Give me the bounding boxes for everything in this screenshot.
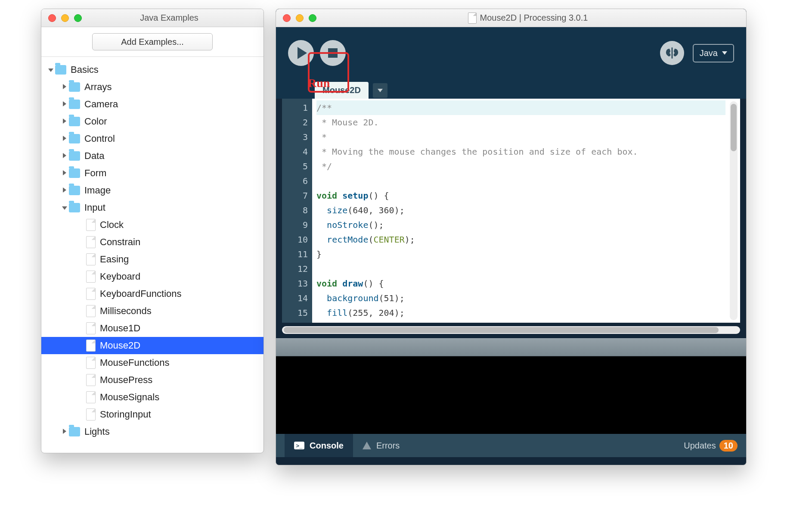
- tree-folder-camera[interactable]: Camera: [41, 96, 263, 113]
- tree-item-keyboardfunctions[interactable]: KeyboardFunctions: [41, 285, 263, 302]
- zoom-icon[interactable]: [309, 14, 316, 22]
- close-icon[interactable]: [48, 14, 56, 22]
- tree-item-label: Milliseconds: [100, 305, 152, 317]
- minimize-icon[interactable]: [61, 14, 69, 22]
- file-icon: [86, 236, 96, 248]
- tree-item-label: Mouse1D: [100, 323, 140, 334]
- chevron-down-icon: [378, 89, 383, 92]
- processing-window: Mouse2D | Processing 3.0.1 Java Run Mous…: [276, 9, 747, 465]
- processing-title-text: Mouse2D | Processing 3.0.1: [480, 13, 588, 23]
- processing-toolbar: Java: [276, 27, 746, 79]
- tree-item-label: Mouse2D: [100, 340, 140, 351]
- tree-item-mousepress[interactable]: MousePress: [41, 371, 263, 389]
- warning-icon: [363, 442, 371, 449]
- tree-folder-color[interactable]: Color: [41, 113, 263, 130]
- traffic-lights: [283, 14, 316, 22]
- tree-folder-lights[interactable]: Lights: [41, 423, 263, 440]
- folder-icon: [69, 117, 80, 126]
- file-icon: [86, 391, 96, 403]
- tree-item-label: MousePress: [100, 374, 152, 386]
- close-icon[interactable]: [283, 14, 291, 22]
- tree-item-mouse1d[interactable]: Mouse1D: [41, 320, 263, 337]
- tree-item-clock[interactable]: Clock: [41, 216, 263, 234]
- folder-icon: [69, 203, 80, 212]
- add-examples-button[interactable]: Add Examples...: [92, 33, 213, 50]
- examples-tree[interactable]: BasicsArraysCameraColorControlDataFormIm…: [41, 57, 263, 445]
- tab-errors[interactable]: Errors: [353, 434, 409, 457]
- line-gutter: 123456789101112131415: [282, 99, 312, 323]
- file-icon: [86, 408, 96, 421]
- tree-folder-basics[interactable]: Basics: [41, 61, 263, 78]
- tree-item-mousefunctions[interactable]: MouseFunctions: [41, 354, 263, 371]
- chevron-down-icon: [722, 51, 727, 55]
- tab-console[interactable]: >_ Console: [285, 434, 353, 457]
- tree-item-label: Control: [84, 133, 115, 144]
- tree-item-constrain[interactable]: Constrain: [41, 234, 263, 251]
- folder-icon: [69, 186, 80, 195]
- tree-item-easing[interactable]: Easing: [41, 251, 263, 268]
- tree-item-label: Constrain: [100, 237, 140, 248]
- file-icon: [86, 219, 96, 231]
- tree-item-label: Input: [84, 202, 105, 213]
- svg-point-3: [673, 53, 676, 56]
- tree-item-label: Form: [84, 168, 106, 179]
- errors-label: Errors: [376, 441, 400, 451]
- document-icon: [468, 12, 477, 24]
- mode-selector[interactable]: Java: [693, 44, 734, 62]
- butterfly-icon: [665, 46, 679, 60]
- console-divider[interactable]: [276, 338, 746, 356]
- tree-item-milliseconds[interactable]: Milliseconds: [41, 302, 263, 320]
- tree-folder-control[interactable]: Control: [41, 130, 263, 147]
- vertical-scrollbar[interactable]: [730, 101, 738, 320]
- svg-point-0: [666, 49, 670, 53]
- tree-item-label: MouseFunctions: [100, 357, 169, 368]
- zoom-icon[interactable]: [74, 14, 82, 22]
- tree-folder-data[interactable]: Data: [41, 147, 263, 165]
- tree-folder-input[interactable]: Input: [41, 199, 263, 216]
- mode-label: Java: [700, 48, 718, 58]
- updates-count-badge: 10: [719, 440, 738, 452]
- tree-item-label: StoringInput: [100, 409, 151, 420]
- examples-titlebar[interactable]: Java Examples: [41, 9, 263, 27]
- file-icon: [86, 305, 96, 317]
- file-icon: [86, 253, 96, 265]
- tree-folder-image[interactable]: Image: [41, 182, 263, 199]
- tree-folder-form[interactable]: Form: [41, 165, 263, 182]
- tree-item-label: Basics: [71, 64, 99, 75]
- debug-button[interactable]: [660, 41, 684, 65]
- file-icon: [86, 288, 96, 300]
- status-bar: >_ Console Errors Updates 10: [276, 434, 746, 457]
- console-output[interactable]: [276, 356, 746, 434]
- file-icon: [86, 322, 96, 334]
- file-icon: [86, 340, 96, 352]
- tree-item-label: Keyboard: [100, 271, 140, 282]
- tree-item-label: Easing: [100, 254, 129, 265]
- processing-title: Mouse2D | Processing 3.0.1: [316, 12, 739, 24]
- folder-icon: [69, 134, 80, 143]
- updates-indicator[interactable]: Updates 10: [684, 440, 738, 452]
- tree-item-storinginput[interactable]: StoringInput: [41, 406, 263, 423]
- file-icon: [86, 271, 96, 283]
- code-area[interactable]: /** * Mouse 2D. * * Moving the mouse cha…: [312, 99, 730, 323]
- horizontal-scrollbar[interactable]: [282, 326, 740, 334]
- examples-toolbar: Add Examples...: [41, 27, 263, 57]
- svg-point-2: [667, 53, 670, 56]
- folder-icon: [69, 82, 80, 92]
- minimize-icon[interactable]: [296, 14, 304, 22]
- console-label: Console: [310, 441, 344, 451]
- console-icon: >_: [294, 442, 304, 449]
- play-icon: [298, 47, 307, 59]
- folder-icon: [69, 151, 80, 161]
- tree-folder-arrays[interactable]: Arrays: [41, 78, 263, 96]
- file-icon: [86, 357, 96, 369]
- tree-item-label: MouseSignals: [100, 392, 159, 403]
- examples-window: Java Examples Add Examples... BasicsArra…: [41, 9, 264, 453]
- folder-icon: [69, 427, 80, 436]
- tree-item-mousesignals[interactable]: MouseSignals: [41, 389, 263, 406]
- tree-item-mouse2d[interactable]: Mouse2D: [41, 337, 263, 354]
- tree-item-keyboard[interactable]: Keyboard: [41, 268, 263, 285]
- code-editor[interactable]: 123456789101112131415 /** * Mouse 2D. * …: [282, 99, 740, 323]
- tab-menu-button[interactable]: [373, 83, 387, 98]
- processing-titlebar[interactable]: Mouse2D | Processing 3.0.1: [276, 9, 746, 27]
- tree-item-label: Arrays: [84, 81, 112, 93]
